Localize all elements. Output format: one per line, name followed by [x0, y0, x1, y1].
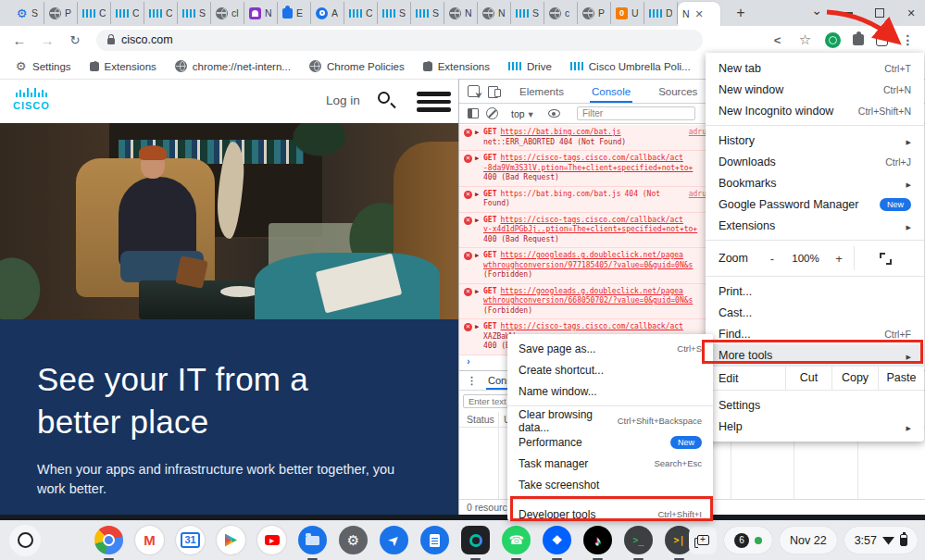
- expand-triangle-icon[interactable]: [475, 251, 479, 261]
- search-icon[interactable]: [378, 92, 390, 104]
- extensions-puzzle-icon[interactable]: [853, 34, 864, 45]
- menu-item-find[interactable]: Find...Ctrl+F: [706, 323, 924, 344]
- bookmark-star-icon[interactable]: [797, 32, 813, 48]
- bookmark-item[interactable]: Extensions: [416, 58, 497, 75]
- browser-tab[interactable]: S: [411, 2, 444, 24]
- error-request-url[interactable]: https://googleads.g.doubleclick.net/page…: [500, 287, 682, 295]
- clear-console-icon[interactable]: [486, 107, 498, 119]
- time-status-pill[interactable]: 3:57: [844, 527, 918, 554]
- error-request-url[interactable]: https://cisco-tags.cisco.com/callback/ac…: [500, 216, 682, 224]
- error-request-url[interactable]: https://cisco-tags.cisco.com/callback/ac…: [500, 322, 682, 330]
- camera-app-icon[interactable]: [461, 526, 490, 554]
- tab-close-icon[interactable]: [695, 8, 704, 20]
- menu-item-settings[interactable]: Settings: [706, 394, 924, 416]
- browser-tab[interactable]: cl: [211, 2, 244, 24]
- expand-triangle-icon[interactable]: [475, 128, 479, 138]
- docs-icon[interactable]: [420, 526, 449, 554]
- browser-tab[interactable]: C: [78, 2, 111, 24]
- submenu-item-save-page[interactable]: Save page as...Ctrl+S: [507, 338, 713, 359]
- devtools-tab[interactable]: Elements: [518, 81, 566, 103]
- login-link[interactable]: Log in: [326, 93, 360, 107]
- bookmark-item[interactable]: chrome://net-intern...: [168, 57, 298, 75]
- back-icon[interactable]: [11, 31, 28, 48]
- menu-item-password-manager[interactable]: Google Password ManagerNew: [706, 193, 924, 215]
- inspect-element-icon[interactable]: [468, 85, 480, 97]
- submenu-item-task-manager[interactable]: Task managerSearch+Esc: [507, 453, 713, 474]
- menu-item-new-incognito[interactable]: New Incognito windowCtrl+Shift+N: [706, 100, 924, 121]
- calendar-icon[interactable]: 31: [176, 526, 205, 554]
- terminal-icon[interactable]: >_: [624, 526, 653, 554]
- edit-cut-button[interactable]: Cut: [785, 366, 831, 391]
- browser-tab[interactable]: C: [111, 2, 144, 24]
- minimize-icon[interactable]: [842, 6, 855, 19]
- error-request-url[interactable]: https://bat.bing.com/bat.js: [500, 128, 620, 136]
- console-filter-input[interactable]: [577, 106, 695, 120]
- browser-tab[interactable]: N: [444, 2, 478, 24]
- device-toolbar-icon[interactable]: [488, 86, 501, 97]
- play-icon[interactable]: [217, 526, 245, 554]
- forward-icon[interactable]: [39, 31, 56, 48]
- edit-paste-button[interactable]: Paste: [878, 366, 924, 391]
- hamburger-menu-icon[interactable]: [417, 92, 451, 116]
- menu-item-bookmarks[interactable]: Bookmarks: [706, 172, 924, 193]
- browser-tab[interactable]: c: [544, 2, 578, 24]
- browser-tab[interactable]: N: [244, 2, 278, 24]
- edit-copy-button[interactable]: Copy: [831, 366, 878, 391]
- menu-item-new-window[interactable]: New windowCtrl+N: [706, 79, 924, 100]
- browser-tab[interactable]: C: [344, 2, 378, 24]
- browser-tab[interactable]: S: [378, 2, 411, 24]
- notification-pill[interactable]: 6: [724, 527, 772, 554]
- submenu-item-clear-browsing-data[interactable]: Clear browsing data...Ctrl+Shift+Backspa…: [507, 410, 713, 431]
- error-request-url[interactable]: https://googleads.g.doubleclick.net/page…: [500, 251, 682, 259]
- status-column-header[interactable]: Status: [467, 414, 494, 425]
- error-source-link[interactable]: adru: [689, 190, 706, 200]
- expand-triangle-icon[interactable]: [475, 190, 479, 200]
- bookmark-item[interactable]: Drive: [501, 58, 559, 75]
- bookmark-item[interactable]: Settings: [7, 57, 79, 75]
- menu-item-more-tools[interactable]: More tools: [706, 344, 924, 366]
- error-request-url[interactable]: https://cisco-tags.cisco.com/callback/ac…: [500, 154, 682, 162]
- console-prompt-icon[interactable]: [467, 355, 470, 367]
- menu-item-new-tab[interactable]: New tabCtrl+T: [706, 57, 924, 79]
- browser-tab[interactable]: S: [178, 2, 211, 24]
- menu-item-cast[interactable]: Cast...: [706, 302, 924, 323]
- youtube-icon[interactable]: ▶: [257, 526, 286, 554]
- window-menu-chevron-icon[interactable]: [810, 6, 823, 19]
- fullscreen-icon[interactable]: [880, 253, 892, 265]
- browser-tab[interactable]: N: [478, 2, 511, 24]
- browser-tab[interactable]: E: [278, 2, 311, 24]
- gmail-icon[interactable]: M: [135, 526, 164, 554]
- devtools-tab[interactable]: Console: [590, 81, 632, 103]
- bookmark-item[interactable]: Cisco Umbrella Poli...: [563, 58, 698, 75]
- context-selector[interactable]: top: [511, 108, 533, 119]
- submenu-item-create-shortcut[interactable]: Create shortcut...: [507, 359, 713, 380]
- dropbox-icon[interactable]: ❖: [543, 526, 571, 554]
- expand-triangle-icon[interactable]: [475, 287, 479, 297]
- expand-triangle-icon[interactable]: [475, 216, 479, 226]
- bookmark-item[interactable]: Chrome Policies: [302, 57, 412, 75]
- submenu-item-take-screenshot[interactable]: Take screenshot: [507, 474, 713, 495]
- submenu-item-performance[interactable]: PerformanceNew: [507, 431, 713, 453]
- browser-tab[interactable]: C: [144, 2, 178, 24]
- zoom-out-button[interactable]: -: [761, 252, 783, 266]
- rocket-icon[interactable]: ➤: [380, 526, 408, 554]
- cisco-logo[interactable]: CISCO: [13, 88, 50, 111]
- console-sidebar-icon[interactable]: [468, 108, 479, 118]
- browser-tab[interactable]: P: [44, 2, 78, 24]
- browser-menu-dots-icon[interactable]: [900, 32, 916, 48]
- browser-tab[interactable]: A: [311, 2, 344, 24]
- menu-item-downloads[interactable]: DownloadsCtrl+J: [706, 151, 924, 172]
- menu-item-help[interactable]: Help: [706, 416, 924, 437]
- date-pill[interactable]: Nov 22: [780, 527, 837, 554]
- reload-icon[interactable]: [67, 31, 83, 48]
- launcher-button[interactable]: [9, 525, 41, 556]
- address-bar[interactable]: cisco.com: [96, 30, 703, 51]
- expand-triangle-icon[interactable]: [475, 322, 479, 332]
- menu-item-extensions[interactable]: Extensions: [706, 215, 924, 236]
- browser-tab[interactable]: D: [644, 2, 678, 24]
- screen-capture-button[interactable]: [689, 527, 717, 554]
- profile-icon[interactable]: [876, 34, 888, 46]
- close-window-icon[interactable]: [905, 6, 918, 19]
- live-expression-icon[interactable]: [548, 109, 560, 118]
- zoom-in-button[interactable]: +: [828, 252, 850, 266]
